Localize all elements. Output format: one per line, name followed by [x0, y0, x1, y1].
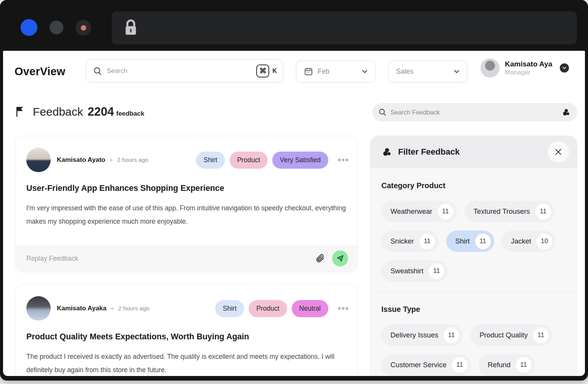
- calendar-icon: [304, 67, 313, 76]
- window-titlebar: [0, 0, 588, 51]
- date-filter-value: Feb: [318, 68, 357, 76]
- tag-sentiment[interactable]: Neutral: [292, 300, 328, 317]
- filter-panel-header: Filter Feedback: [370, 136, 577, 168]
- timestamp: 2 hours ago: [117, 157, 148, 163]
- feedback-header: Feedback 2204 feedback: [15, 105, 144, 119]
- date-filter-dropdown[interactable]: Feb: [296, 60, 376, 82]
- bubbles-icon[interactable]: [562, 108, 570, 116]
- window-control-minimize[interactable]: [50, 21, 63, 34]
- chip-count: 11: [535, 204, 551, 219]
- feedback-card: Kamisato Ayato 2 hours ago Shirt Product…: [15, 136, 358, 272]
- chip-count: 11: [533, 328, 549, 343]
- chip-sweatshirt[interactable]: Sweatshirt 11: [381, 260, 448, 282]
- send-button[interactable]: [332, 250, 348, 266]
- card-header: Kamisato Ayato 2 hours ago Shirt Product…: [16, 136, 357, 172]
- page-title: OverView: [14, 65, 65, 78]
- chip-count: 11: [516, 357, 532, 373]
- filter-panel: Filter Feedback Category Product Weath: [370, 136, 577, 376]
- close-icon: [554, 148, 562, 156]
- author-name: Kamisato Ayato: [57, 156, 105, 164]
- chip-count: 11: [438, 204, 453, 219]
- filter-section-category: Category Product Weatherwear 11 Textured…: [370, 168, 577, 292]
- window-control-primary[interactable]: [21, 19, 37, 36]
- lock-icon: [124, 19, 138, 37]
- chip-product-quality[interactable]: Product Quality 11: [470, 324, 552, 346]
- search-shortcut: ⌘ K: [256, 65, 277, 77]
- chip-customer-service[interactable]: Customer Service 11: [381, 354, 471, 376]
- chip-count: 11: [452, 357, 468, 373]
- tag-shirt[interactable]: Shirt: [196, 152, 225, 169]
- chip-refund[interactable]: Refund 11: [479, 354, 535, 376]
- feedback-count: 2204: [88, 105, 114, 119]
- bubbles-icon: [382, 147, 392, 157]
- flag-icon: [15, 106, 25, 118]
- cmd-icon: ⌘: [256, 65, 269, 77]
- chip-textured-trousers[interactable]: Textured Trousers 11: [464, 201, 554, 222]
- chip-count: 10: [537, 234, 552, 249]
- tag-shirt[interactable]: Shirt: [215, 300, 244, 317]
- reply-input[interactable]: [26, 255, 315, 263]
- feedback-count-suffix: feedback: [116, 110, 145, 118]
- chip-count: 11: [429, 263, 444, 279]
- feedback-card: Kamisato Ayaka 2 hours ago Shirt Product…: [15, 284, 358, 376]
- feedback-item-title: Product Quality Meets Expectations, Wort…: [16, 321, 357, 342]
- tag-product[interactable]: Product: [249, 300, 287, 317]
- feedback-search-input[interactable]: [390, 109, 558, 116]
- chip-count: 11: [475, 234, 491, 249]
- avatar: [26, 148, 51, 172]
- main-content: OverView ⌘ K Feb: [3, 51, 585, 376]
- record-dot-icon: [81, 25, 86, 31]
- search-icon: [93, 66, 102, 76]
- search-icon: [378, 108, 387, 116]
- chip-snicker[interactable]: Snicker 11: [381, 231, 439, 252]
- reply-bar: [16, 245, 357, 271]
- filter-panel-title: Filter Feedback: [398, 147, 541, 157]
- global-search[interactable]: ⌘ K: [86, 59, 283, 82]
- feedback-item-body: The product I received is exactly as adv…: [16, 342, 357, 376]
- feedback-item-title: User-Friendly App Enhances Shopping Expe…: [16, 172, 357, 193]
- paperclip-icon[interactable]: [315, 253, 325, 263]
- card-header: Kamisato Ayaka 2 hours ago Shirt Product…: [16, 285, 357, 321]
- search-input[interactable]: [107, 67, 256, 75]
- chip-count: 11: [443, 328, 459, 343]
- chip-weatherwear[interactable]: Weatherwear 11: [381, 201, 457, 222]
- chip-shirt[interactable]: Shirt 11: [446, 231, 494, 252]
- feedback-title: Feedback: [33, 105, 83, 118]
- window-control-record[interactable]: [76, 20, 91, 35]
- close-button[interactable]: [548, 141, 569, 163]
- avatar: [26, 296, 51, 321]
- timestamp: 2 hours ago: [118, 305, 149, 312]
- chip-jacket[interactable]: Jacket 10: [502, 231, 556, 252]
- section-title: Category Product: [381, 181, 566, 190]
- dot-separator: [111, 307, 114, 310]
- tag-sentiment[interactable]: Very Satisfied: [272, 152, 328, 169]
- shortcut-key-label: K: [272, 68, 277, 74]
- feedback-search[interactable]: [372, 103, 577, 121]
- chip-count: 11: [419, 234, 435, 249]
- chip-delivery-issues[interactable]: Delivery Issues 11: [381, 324, 463, 346]
- feedback-item-body: I'm very impressed with the ease of use …: [16, 193, 357, 228]
- chevron-down-icon: [361, 68, 368, 74]
- tag-product[interactable]: Product: [230, 152, 268, 169]
- address-bar[interactable]: [112, 11, 577, 44]
- section-title: Issue Type: [381, 305, 566, 314]
- author-name: Kamisato Ayaka: [57, 305, 106, 312]
- sidebar: Filter Feedback Category Product Weath: [370, 51, 577, 376]
- dot-separator: [110, 159, 112, 161]
- app-window: OverView ⌘ K Feb: [0, 0, 588, 381]
- more-options-icon[interactable]: [338, 159, 348, 161]
- more-options-icon[interactable]: [338, 307, 348, 310]
- filter-section-issue-type: Issue Type Delivery Issues 11 Product Qu…: [370, 292, 577, 376]
